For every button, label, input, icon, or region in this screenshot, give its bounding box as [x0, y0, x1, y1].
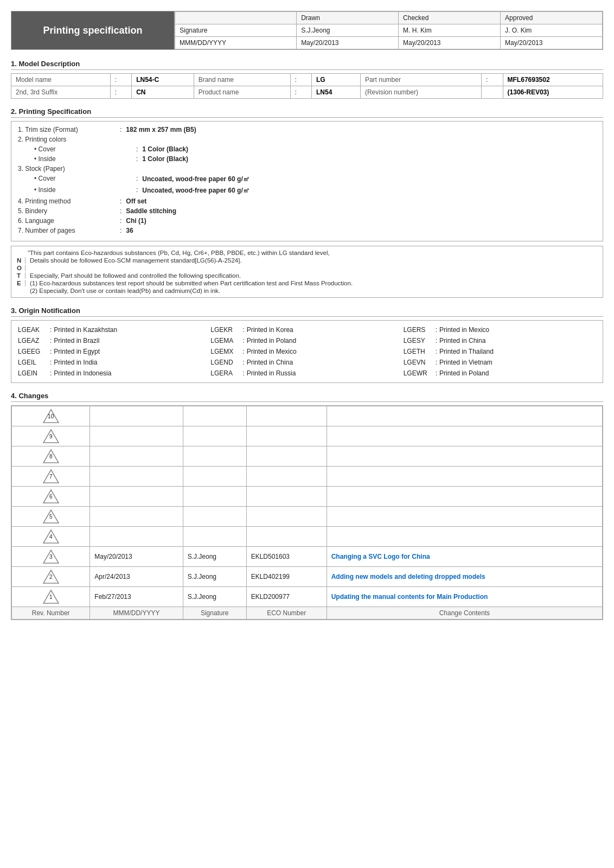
- approval-row1-approved: J. O. Kim: [501, 24, 603, 37]
- approval-row1-drawn: S.J.Jeong: [297, 24, 399, 37]
- table-row-10: 10: [12, 406, 603, 426]
- trim-label: 1. Trim size (Format): [18, 126, 116, 133]
- sig-9: [183, 426, 246, 446]
- bindery-label: 5. Bindery: [18, 207, 116, 215]
- sig-6: [183, 487, 246, 507]
- note-text-N: Details should be followed Eco-SCM manag…: [30, 257, 242, 264]
- contents-5: [327, 507, 602, 527]
- sig-7: [183, 467, 246, 487]
- sig-1: S.J.Jeong: [183, 587, 246, 607]
- origin-lgeil: LGEIL : Printed in India: [18, 358, 210, 367]
- colors-label: 2. Printing colors: [18, 136, 116, 143]
- col-date-header: MMM/DD/YYYY: [90, 607, 183, 620]
- table-row-1: 1 Feb/27/2013 S.J.Jeong EKLD200977 Updat…: [12, 587, 603, 607]
- origin-lgekr: LGEKR : Printed in Korea: [210, 325, 403, 335]
- approval-row2-label: MMM/DD/YYYY: [175, 37, 297, 49]
- brand-name-value: LG: [312, 74, 361, 86]
- origin-lgeaz: LGEAZ : Printed in Brazil: [18, 336, 210, 346]
- date-7: [90, 467, 183, 487]
- cover-paper-label: • Cover: [34, 175, 132, 184]
- rev-badge-3: 3: [42, 549, 60, 564]
- rev-badge-8: 8: [42, 449, 60, 464]
- header-section: Printing specification Drawn Checked App…: [11, 11, 603, 50]
- colon3: :: [482, 74, 503, 86]
- date-6: [90, 487, 183, 507]
- rev-badge-9: 9: [42, 429, 60, 444]
- eco-3: EKLD501603: [246, 547, 327, 567]
- rev-3: 3: [12, 547, 90, 567]
- note-letter-T: T: [17, 272, 25, 279]
- inside-color-value: 1 Color (Black): [142, 155, 188, 163]
- sig-2: S.J.Jeong: [183, 567, 246, 587]
- date-10: [90, 406, 183, 426]
- table-row: 2nd, 3rd Suffix : CN Product name : LN54…: [11, 86, 603, 99]
- table-row-9: 9: [12, 426, 603, 446]
- note-line-4: E (1) Eco-hazardous substances test repo…: [17, 280, 597, 286]
- approval-col-drawn: Drawn: [297, 12, 399, 24]
- note-letter-N: N: [17, 257, 25, 264]
- model-name-label: Model name: [11, 74, 111, 86]
- revision-value: (1306-REV03): [503, 86, 603, 99]
- eco-1: EKLD200977: [246, 587, 327, 607]
- note-box: "This part contains Eco-hazardous substa…: [11, 246, 603, 298]
- date-8: [90, 446, 183, 467]
- revision-label: (Revision number): [360, 86, 481, 99]
- cover-paper-value: Uncoated, wood-free paper 60 g/㎡: [142, 175, 249, 184]
- origin-title: 3. Origin Notification: [11, 307, 603, 317]
- changes-box: 10 9: [11, 405, 603, 620]
- note-letter-E: E: [17, 280, 25, 286]
- stock-label: 3. Stock (Paper): [18, 165, 116, 173]
- origin-lgeak: LGEAK : Printed in Kazakhstan: [18, 325, 210, 335]
- rev-badge-2: 2: [42, 569, 60, 584]
- inside-paper-value: Uncoated, wood-free paper 60 g/㎡: [142, 186, 249, 195]
- rev-badge-1: 1: [42, 589, 60, 604]
- note-line-0: "This part contains Eco-hazardous substa…: [17, 250, 597, 256]
- origin-lgera: LGERA : Printed in Russia: [210, 368, 403, 378]
- origin-grid: LGEAK : Printed in Kazakhstan LGEKR : Pr…: [18, 325, 596, 378]
- language-value: Chi (1): [126, 217, 146, 225]
- contents-8: [327, 446, 602, 467]
- spec-row-cover-paper: • Cover : Uncoated, wood-free paper 60 g…: [34, 175, 596, 184]
- sig-10: [183, 406, 246, 426]
- product-name-value: LN54: [312, 86, 361, 99]
- brand-name-label: Brand name: [194, 74, 290, 86]
- rev-badge-5: 5: [42, 509, 60, 524]
- table-header-row: Rev. Number MMM/DD/YYYY Signature ECO Nu…: [12, 607, 603, 620]
- rev-1: 1: [12, 587, 90, 607]
- table-row-5: 5: [12, 507, 603, 527]
- date-1: Feb/27/2013: [90, 587, 183, 607]
- approval-row2-drawn: May/20/2013: [297, 37, 399, 49]
- origin-lgesy: LGESY : Printed in China: [404, 336, 596, 346]
- model-name-value: LN54-C: [132, 74, 194, 86]
- eco-6: [246, 487, 327, 507]
- rev-2: 2: [12, 567, 90, 587]
- changes-section: 4. Changes 10 9: [11, 392, 603, 620]
- approval-row1-checked: M. H. Kim: [399, 24, 501, 37]
- note-line-5: (2) Especially, Don't use or contain lea…: [17, 288, 597, 294]
- method-label: 4. Printing method: [18, 197, 116, 205]
- colon5: :: [290, 86, 311, 99]
- approval-row2-approved: May/20/2013: [501, 37, 603, 49]
- model-description-section: 1. Model Description Model name : LN54-C…: [11, 60, 603, 99]
- spec-row-pages: 7. Number of pages : 36: [18, 227, 596, 234]
- col-contents-header: Change Contents: [327, 607, 602, 620]
- method-value: Off set: [126, 197, 146, 205]
- sig-8: [183, 446, 246, 467]
- date-2: Apr/24/2013: [90, 567, 183, 587]
- note-line-2: O: [17, 265, 597, 271]
- eco-9: [246, 426, 327, 446]
- eco-8: [246, 446, 327, 467]
- origin-lgers: LGERS : Printed in Mexico: [404, 325, 596, 335]
- eco-4: [246, 527, 327, 547]
- note-text-T: Especially, Part should be followed and …: [30, 272, 241, 279]
- contents-10: [327, 406, 602, 426]
- rev-9: 9: [12, 426, 90, 446]
- inside-color-label: • Inside: [34, 155, 132, 163]
- date-3: May/20/2013: [90, 547, 183, 567]
- colon4: :: [110, 86, 131, 99]
- spec-row-inside-paper: • Inside : Uncoated, wood-free paper 60 …: [34, 186, 596, 195]
- suffix-label: 2nd, 3rd Suffix: [11, 86, 111, 99]
- rev-7: 7: [12, 467, 90, 487]
- date-4: [90, 527, 183, 547]
- contents-9: [327, 426, 602, 446]
